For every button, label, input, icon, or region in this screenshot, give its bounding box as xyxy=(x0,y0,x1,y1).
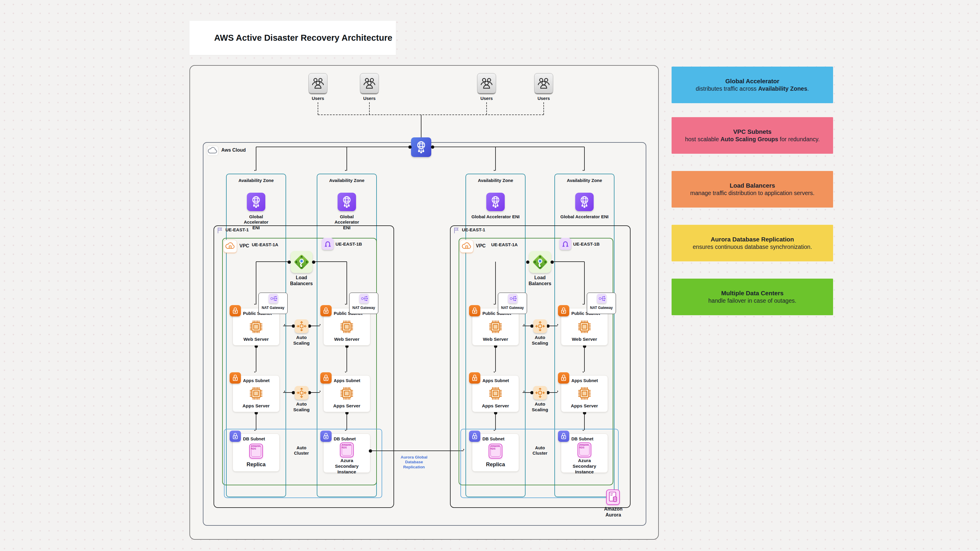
db-subnet-lock-icon[interactable] xyxy=(558,430,569,442)
arrowhead xyxy=(254,430,256,432)
legend-item[interactable]: VPC Subnetshost scalable Auto Scaling Gr… xyxy=(671,117,833,154)
db-subnet-lock-icon[interactable] xyxy=(230,430,241,442)
nat-gateway-icon[interactable] xyxy=(597,294,606,303)
amazon-rds-icon[interactable]: Amazon RDS xyxy=(488,444,502,459)
az-b-icon[interactable] xyxy=(560,238,571,250)
global-accelerator-eni-icon[interactable] xyxy=(486,193,505,211)
public-subnet-lock-icon[interactable] xyxy=(558,305,569,316)
global-accelerator-eni-label: Global Accelerator ENI xyxy=(559,214,610,219)
nat-gateway-icon[interactable] xyxy=(269,294,278,303)
amazon-rds-icon-label: Amazon RDS xyxy=(579,444,591,449)
arrowhead xyxy=(254,170,256,172)
auto-cluster-label: Auto Cluster xyxy=(529,445,551,456)
dashed-connector xyxy=(318,114,544,115)
region-flag-icon[interactable] xyxy=(452,227,460,234)
global-accelerator-eni-icon[interactable] xyxy=(337,193,356,211)
aws-cloud-label: Aws Cloud xyxy=(221,148,269,153)
connector-line xyxy=(256,261,291,262)
legend-item[interactable]: Global Acceleratordistributes traffic ac… xyxy=(671,67,833,103)
apps-subnet-label: Apps Subnet xyxy=(243,378,279,383)
apps-server-label: Apps Server xyxy=(475,403,516,409)
arrowhead xyxy=(557,391,559,392)
amazon-aurora-icon[interactable] xyxy=(606,489,620,505)
db-subnet-label: DB Subnet xyxy=(571,437,607,441)
auto-scaling-icon[interactable] xyxy=(533,319,547,333)
cloud-icon[interactable] xyxy=(207,146,218,156)
legend-item[interactable]: Multiple Data Centershandle failover in … xyxy=(671,279,833,315)
apps-server-icon[interactable] xyxy=(339,385,355,402)
auto-scaling-label: Auto Scaling xyxy=(290,402,313,413)
connector-dot xyxy=(546,324,550,328)
az-b-icon[interactable] xyxy=(322,238,334,250)
web-server-icon[interactable] xyxy=(487,319,504,335)
users-icon[interactable] xyxy=(534,73,553,94)
connector-line xyxy=(347,147,347,171)
connector-dot xyxy=(288,260,291,264)
arrowhead xyxy=(283,324,285,326)
auto-scaling-icon[interactable] xyxy=(533,386,547,400)
legend-item-body: host scalable Auto Scaling Groups for re… xyxy=(685,136,820,143)
legend-item-title: Load Balancers xyxy=(730,182,775,189)
amazon-rds-icon[interactable]: Amazon RDS xyxy=(249,444,263,459)
connector-line xyxy=(256,147,411,148)
auto-scaling-icon[interactable] xyxy=(295,386,309,400)
amazon-rds-icon[interactable]: Amazon RDS xyxy=(340,443,354,457)
legend-item-title: Aurora Database Replication xyxy=(711,236,794,243)
public-subnet-lock-icon[interactable] xyxy=(230,305,241,316)
load-balancers-icon[interactable] xyxy=(291,251,313,273)
apps-server-icon[interactable] xyxy=(248,385,264,402)
load-balancers-icon[interactable] xyxy=(529,251,551,273)
db-subnet-label: DB Subnet xyxy=(482,437,518,441)
arrowhead xyxy=(345,304,347,306)
db-subnet-lock-icon[interactable] xyxy=(320,430,332,442)
vpc-icon[interactable] xyxy=(223,240,237,253)
vpc-icon[interactable] xyxy=(460,240,474,253)
global-accelerator-icon[interactable] xyxy=(411,137,431,157)
web-server-label: Web Server xyxy=(475,337,516,342)
legend-item[interactable]: Load Balancersmanage traffic distributio… xyxy=(671,171,833,208)
users-icon[interactable] xyxy=(360,73,379,94)
legend-item-title: VPC Subnets xyxy=(733,128,772,135)
public-subnet-lock-icon[interactable] xyxy=(469,305,480,316)
global-accelerator-eni-icon[interactable] xyxy=(247,193,265,211)
load-balancers-label: Load Balancers xyxy=(524,275,557,286)
connector-line xyxy=(584,346,585,372)
web-server-label: Web Server xyxy=(326,337,368,342)
web-server-icon[interactable] xyxy=(576,319,592,335)
arrowhead xyxy=(283,391,285,392)
apps-server-label: Apps Server xyxy=(563,403,605,409)
apps-server-icon[interactable] xyxy=(487,385,504,402)
web-server-icon[interactable] xyxy=(248,319,264,335)
replica-label: Replica xyxy=(235,462,277,468)
connector-line xyxy=(495,147,496,171)
users-icon[interactable] xyxy=(477,73,496,94)
nat-gateway-label: NAT Gateway xyxy=(498,306,527,310)
legend-item-title: Multiple Data Centers xyxy=(721,290,784,297)
nat-gateway-icon[interactable] xyxy=(359,294,369,303)
db-subnet-lock-icon[interactable] xyxy=(469,430,480,442)
availability-zone-label: Availability Zone xyxy=(556,178,612,183)
arrowhead xyxy=(254,304,256,306)
web-server-icon[interactable] xyxy=(339,319,355,335)
connector-line xyxy=(347,346,347,372)
apps-subnet-lock-icon[interactable] xyxy=(230,372,241,384)
connector-line xyxy=(584,147,585,171)
auto-scaling-icon[interactable] xyxy=(295,319,309,333)
connector-line xyxy=(256,147,257,171)
apps-subnet-lock-icon[interactable] xyxy=(469,372,480,384)
nat-gateway-label: NAT Gateway xyxy=(350,306,378,310)
aurora-replication-label: Aurora Global Database Replication xyxy=(396,455,433,470)
apps-server-icon[interactable] xyxy=(576,385,592,402)
public-subnet-lock-icon[interactable] xyxy=(320,305,332,316)
connector-line xyxy=(256,346,257,372)
apps-subnet-lock-icon[interactable] xyxy=(558,372,569,384)
nat-gateway-icon[interactable] xyxy=(508,294,517,303)
users-icon[interactable] xyxy=(309,73,328,94)
apps-subnet-lock-icon[interactable] xyxy=(320,372,332,384)
region-flag-icon[interactable] xyxy=(216,227,224,234)
amazon-rds-icon[interactable]: Amazon RDS xyxy=(578,443,591,457)
arrowhead xyxy=(493,170,495,172)
legend-item-body: distributes traffic across Availability … xyxy=(696,85,809,92)
global-accelerator-eni-icon[interactable] xyxy=(575,193,593,211)
legend-item[interactable]: Aurora Database Replicationensures conti… xyxy=(671,225,833,261)
